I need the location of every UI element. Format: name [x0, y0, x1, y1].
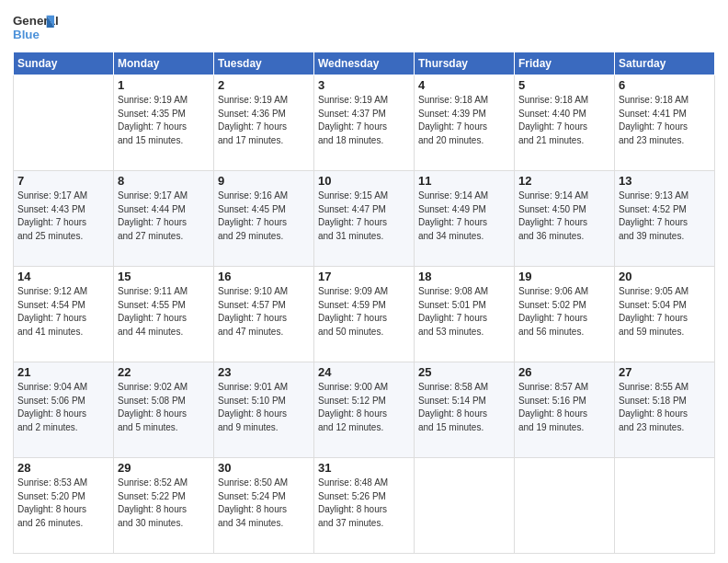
logo-icon: General Blue — [13, 9, 59, 46]
weekday-saturday: Saturday — [615, 52, 715, 75]
day-number: 4 — [418, 78, 510, 92]
day-info: Sunrise: 9:09 AM Sunset: 4:59 PM Dayligh… — [318, 285, 410, 339]
day-cell — [415, 458, 515, 554]
calendar-table: SundayMondayTuesdayWednesdayThursdayFrid… — [13, 52, 715, 554]
week-row-5: 28Sunrise: 8:53 AM Sunset: 5:20 PM Dayli… — [14, 458, 715, 554]
day-info: Sunrise: 9:00 AM Sunset: 5:12 PM Dayligh… — [318, 381, 410, 434]
day-number: 9 — [218, 174, 310, 188]
day-number: 17 — [318, 270, 410, 283]
day-cell: 8Sunrise: 9:17 AM Sunset: 4:44 PM Daylig… — [114, 171, 214, 267]
day-info: Sunrise: 8:48 AM Sunset: 5:26 PM Dayligh… — [318, 477, 410, 530]
weekday-wednesday: Wednesday — [314, 52, 415, 75]
day-cell: 16Sunrise: 9:10 AM Sunset: 4:57 PM Dayli… — [214, 267, 314, 362]
day-info: Sunrise: 9:12 AM Sunset: 4:54 PM Dayligh… — [17, 285, 109, 339]
day-number: 18 — [418, 270, 510, 283]
day-info: Sunrise: 9:17 AM Sunset: 4:43 PM Dayligh… — [17, 190, 109, 243]
day-info: Sunrise: 9:04 AM Sunset: 5:06 PM Dayligh… — [17, 381, 109, 434]
day-number: 3 — [318, 78, 410, 92]
day-cell: 9Sunrise: 9:16 AM Sunset: 4:45 PM Daylig… — [214, 171, 314, 267]
week-row-3: 14Sunrise: 9:12 AM Sunset: 4:54 PM Dayli… — [14, 267, 715, 362]
day-cell: 13Sunrise: 9:13 AM Sunset: 4:52 PM Dayli… — [615, 171, 715, 267]
weekday-friday: Friday — [515, 52, 615, 75]
day-cell: 11Sunrise: 9:14 AM Sunset: 4:49 PM Dayli… — [415, 171, 515, 267]
day-cell: 2Sunrise: 9:19 AM Sunset: 4:36 PM Daylig… — [214, 75, 314, 171]
day-number: 26 — [518, 365, 610, 379]
day-number: 29 — [118, 461, 210, 475]
day-number: 21 — [17, 365, 109, 379]
weekday-thursday: Thursday — [415, 52, 515, 75]
weekday-header-row: SundayMondayTuesdayWednesdayThursdayFrid… — [14, 52, 715, 75]
day-info: Sunrise: 9:08 AM Sunset: 5:01 PM Dayligh… — [418, 285, 510, 339]
day-cell — [615, 458, 715, 554]
week-row-1: 1Sunrise: 9:19 AM Sunset: 4:35 PM Daylig… — [14, 75, 715, 171]
day-number: 2 — [218, 78, 310, 92]
day-number: 8 — [118, 174, 210, 188]
day-info: Sunrise: 9:05 AM Sunset: 5:04 PM Dayligh… — [619, 285, 711, 339]
day-number: 6 — [619, 78, 711, 92]
day-number: 14 — [17, 270, 109, 283]
day-info: Sunrise: 8:55 AM Sunset: 5:18 PM Dayligh… — [619, 381, 711, 434]
day-info: Sunrise: 9:18 AM Sunset: 4:40 PM Dayligh… — [518, 94, 610, 147]
week-row-4: 21Sunrise: 9:04 AM Sunset: 5:06 PM Dayli… — [14, 362, 715, 458]
day-info: Sunrise: 9:18 AM Sunset: 4:41 PM Dayligh… — [619, 94, 711, 147]
day-cell: 7Sunrise: 9:17 AM Sunset: 4:43 PM Daylig… — [14, 171, 114, 267]
day-info: Sunrise: 9:19 AM Sunset: 4:35 PM Dayligh… — [118, 94, 210, 147]
day-number: 12 — [518, 174, 610, 188]
day-cell — [14, 75, 114, 171]
page: General Blue SundayMondayTuesdayWednesda… — [0, 0, 728, 563]
day-number: 28 — [17, 461, 109, 475]
day-info: Sunrise: 9:17 AM Sunset: 4:44 PM Dayligh… — [118, 190, 210, 243]
day-info: Sunrise: 9:06 AM Sunset: 5:02 PM Dayligh… — [518, 285, 610, 339]
day-info: Sunrise: 9:01 AM Sunset: 5:10 PM Dayligh… — [218, 381, 310, 434]
day-number: 5 — [518, 78, 610, 92]
day-cell: 25Sunrise: 8:58 AM Sunset: 5:14 PM Dayli… — [415, 362, 515, 458]
day-cell: 30Sunrise: 8:50 AM Sunset: 5:24 PM Dayli… — [214, 458, 314, 554]
day-number: 20 — [619, 270, 711, 283]
day-number: 22 — [118, 365, 210, 379]
day-cell: 15Sunrise: 9:11 AM Sunset: 4:55 PM Dayli… — [114, 267, 214, 362]
day-number: 11 — [418, 174, 510, 188]
day-info: Sunrise: 9:14 AM Sunset: 4:50 PM Dayligh… — [518, 190, 610, 243]
day-info: Sunrise: 9:19 AM Sunset: 4:36 PM Dayligh… — [218, 94, 310, 147]
day-cell: 19Sunrise: 9:06 AM Sunset: 5:02 PM Dayli… — [515, 267, 615, 362]
day-number: 23 — [218, 365, 310, 379]
day-info: Sunrise: 9:16 AM Sunset: 4:45 PM Dayligh… — [218, 190, 310, 243]
day-number: 10 — [318, 174, 410, 188]
day-cell — [515, 458, 615, 554]
day-cell: 4Sunrise: 9:18 AM Sunset: 4:39 PM Daylig… — [415, 75, 515, 171]
day-cell: 24Sunrise: 9:00 AM Sunset: 5:12 PM Dayli… — [314, 362, 415, 458]
day-cell: 26Sunrise: 8:57 AM Sunset: 5:16 PM Dayli… — [515, 362, 615, 458]
day-cell: 31Sunrise: 8:48 AM Sunset: 5:26 PM Dayli… — [314, 458, 415, 554]
day-cell: 12Sunrise: 9:14 AM Sunset: 4:50 PM Dayli… — [515, 171, 615, 267]
day-info: Sunrise: 8:53 AM Sunset: 5:20 PM Dayligh… — [17, 477, 109, 530]
day-cell: 10Sunrise: 9:15 AM Sunset: 4:47 PM Dayli… — [314, 171, 415, 267]
day-info: Sunrise: 8:50 AM Sunset: 5:24 PM Dayligh… — [218, 477, 310, 530]
day-cell: 27Sunrise: 8:55 AM Sunset: 5:18 PM Dayli… — [615, 362, 715, 458]
day-cell: 18Sunrise: 9:08 AM Sunset: 5:01 PM Dayli… — [415, 267, 515, 362]
day-number: 7 — [17, 174, 109, 188]
day-cell: 29Sunrise: 8:52 AM Sunset: 5:22 PM Dayli… — [114, 458, 214, 554]
day-number: 16 — [218, 270, 310, 283]
day-info: Sunrise: 9:15 AM Sunset: 4:47 PM Dayligh… — [318, 190, 410, 243]
day-cell: 6Sunrise: 9:18 AM Sunset: 4:41 PM Daylig… — [615, 75, 715, 171]
day-info: Sunrise: 9:18 AM Sunset: 4:39 PM Dayligh… — [418, 94, 510, 147]
day-number: 13 — [619, 174, 711, 188]
day-number: 30 — [218, 461, 310, 475]
day-cell: 14Sunrise: 9:12 AM Sunset: 4:54 PM Dayli… — [14, 267, 114, 362]
day-cell: 23Sunrise: 9:01 AM Sunset: 5:10 PM Dayli… — [214, 362, 314, 458]
day-info: Sunrise: 8:57 AM Sunset: 5:16 PM Dayligh… — [518, 381, 610, 434]
svg-text:Blue: Blue — [13, 28, 40, 41]
day-cell: 3Sunrise: 9:19 AM Sunset: 4:37 PM Daylig… — [314, 75, 415, 171]
day-info: Sunrise: 9:11 AM Sunset: 4:55 PM Dayligh… — [118, 285, 210, 339]
day-cell: 20Sunrise: 9:05 AM Sunset: 5:04 PM Dayli… — [615, 267, 715, 362]
day-number: 25 — [418, 365, 510, 379]
day-info: Sunrise: 9:14 AM Sunset: 4:49 PM Dayligh… — [418, 190, 510, 243]
weekday-tuesday: Tuesday — [214, 52, 314, 75]
day-cell: 21Sunrise: 9:04 AM Sunset: 5:06 PM Dayli… — [14, 362, 114, 458]
logo: General Blue — [13, 9, 59, 46]
day-number: 15 — [118, 270, 210, 283]
day-info: Sunrise: 9:02 AM Sunset: 5:08 PM Dayligh… — [118, 381, 210, 434]
day-cell: 28Sunrise: 8:53 AM Sunset: 5:20 PM Dayli… — [14, 458, 114, 554]
day-number: 19 — [518, 270, 610, 283]
day-info: Sunrise: 9:10 AM Sunset: 4:57 PM Dayligh… — [218, 285, 310, 339]
